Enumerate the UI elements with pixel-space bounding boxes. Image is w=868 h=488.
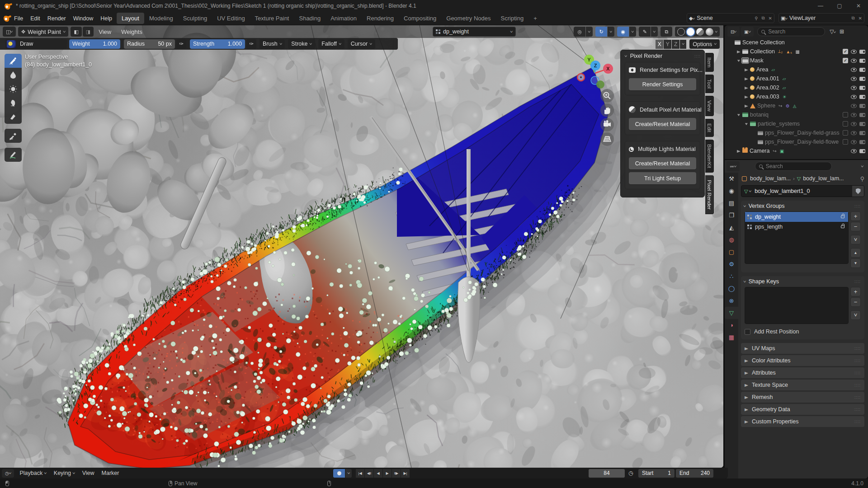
workspace-tab-texture-paint[interactable]: Texture Paint bbox=[250, 13, 294, 24]
output-tab[interactable]: ▤ bbox=[725, 197, 738, 209]
camera-toggle-icon[interactable] bbox=[859, 86, 865, 90]
camera-toggle-icon[interactable] bbox=[859, 68, 865, 72]
camera-toggle-icon[interactable] bbox=[859, 104, 865, 108]
timeline-menu-marker[interactable]: Marker bbox=[98, 470, 123, 476]
section-remesh[interactable]: ▶Remesh:::: bbox=[741, 392, 864, 403]
timeline-menu-view[interactable]: View bbox=[79, 470, 98, 476]
workspace-tab-rendering[interactable]: Rendering bbox=[362, 13, 399, 24]
constraint-tab[interactable]: ⊗ bbox=[725, 295, 738, 307]
copy-icon[interactable]: ⧉ bbox=[851, 15, 854, 21]
workspace-tab-uv-editing[interactable]: UV Editing bbox=[212, 13, 250, 24]
render-tab[interactable]: ◉ bbox=[725, 185, 738, 197]
vgroup-remove-button[interactable]: − bbox=[850, 222, 861, 231]
workspace-tab-modeling[interactable]: Modeling bbox=[144, 13, 178, 24]
outliner-row[interactable]: pps_Flower_Daisy-field-grass bbox=[725, 128, 868, 137]
section-texture-space[interactable]: ▶Texture Space:::: bbox=[741, 380, 864, 390]
button-create-reset-material[interactable]: Create/Reset Material bbox=[629, 157, 696, 169]
eye-icon[interactable] bbox=[851, 113, 857, 117]
rendered-shading-icon[interactable] bbox=[706, 28, 713, 36]
checkbox[interactable] bbox=[843, 112, 848, 117]
checkbox[interactable]: ✓ bbox=[843, 49, 848, 54]
active-brush-button[interactable]: Draw bbox=[5, 39, 67, 49]
lock-icon[interactable] bbox=[841, 216, 844, 218]
sidebar-tab-item[interactable]: Item bbox=[705, 53, 714, 72]
vgroup-down-button[interactable]: ▼ bbox=[850, 258, 861, 268]
start-frame-field[interactable]: Start1 bbox=[638, 469, 675, 478]
camera-toggle-icon[interactable] bbox=[859, 113, 865, 117]
object-tab[interactable]: ▢ bbox=[725, 246, 738, 258]
mirror-x[interactable]: X bbox=[656, 40, 663, 49]
editor-type-button[interactable]: ◫˅ bbox=[3, 27, 16, 37]
texture-tab[interactable]: ▦ bbox=[725, 331, 738, 343]
breadcrumb-data[interactable]: body_low_lam... bbox=[803, 175, 844, 182]
menu-help[interactable]: Help bbox=[97, 14, 116, 23]
jump-end-button[interactable]: ▶| bbox=[401, 469, 410, 478]
breadcrumb-object[interactable]: body_low_lam... bbox=[750, 175, 791, 182]
pin-icon[interactable]: ⚲ bbox=[860, 175, 864, 182]
smear-tool[interactable] bbox=[5, 96, 22, 110]
radius-slider[interactable]: Radius50 px bbox=[124, 39, 175, 49]
gradient-tool[interactable] bbox=[5, 110, 22, 124]
outliner-search[interactable]: Search bbox=[757, 27, 825, 36]
workspace-tab-layout[interactable]: Layout bbox=[117, 13, 144, 24]
dropdown-falloff[interactable]: Falloff˅ bbox=[318, 39, 344, 49]
annotate-tool[interactable] bbox=[5, 148, 22, 162]
shapekey-remove-button[interactable]: − bbox=[850, 297, 861, 307]
navigation-gizmo[interactable]: YZX bbox=[567, 52, 626, 174]
eye-icon[interactable] bbox=[851, 68, 857, 72]
camera-toggle-icon[interactable] bbox=[859, 59, 865, 63]
section-attributes[interactable]: ▶Attributes:::: bbox=[741, 367, 864, 378]
outliner-row[interactable]: ▶Area▱ bbox=[725, 65, 868, 74]
sidebar-tab-edit[interactable]: Edit bbox=[705, 119, 714, 137]
outliner-row[interactable]: ▼particle_systems bbox=[725, 119, 868, 128]
sidebar-tab-view[interactable]: View bbox=[705, 96, 714, 116]
paint-mask-toggle[interactable]: ◧ bbox=[71, 27, 81, 37]
modifier-tab[interactable]: ⚙ bbox=[725, 258, 738, 270]
camera-toggle-icon[interactable] bbox=[859, 95, 865, 99]
button-render-settings[interactable]: Render Settings bbox=[629, 78, 696, 90]
workspace-tab-animation[interactable]: Animation bbox=[326, 13, 362, 24]
shapekey-add-button[interactable]: + bbox=[850, 287, 861, 296]
maximize-button[interactable]: ▢ bbox=[830, 0, 849, 12]
checkbox[interactable] bbox=[843, 139, 848, 145]
vertex-group-row[interactable]: pps_length bbox=[745, 222, 848, 232]
vertex-mask-toggle[interactable]: ◨ bbox=[83, 27, 94, 37]
viewlayer-tab[interactable]: ❐ bbox=[725, 209, 738, 221]
datablock-field[interactable]: ▽ ˅ body_low_lambert1_0 bbox=[741, 185, 864, 197]
gizmo-dropdown-icon[interactable]: ↻ bbox=[595, 27, 607, 37]
eye-icon[interactable] bbox=[851, 140, 857, 144]
average-tool[interactable] bbox=[5, 82, 22, 96]
eye-icon[interactable] bbox=[851, 149, 857, 153]
menu-window[interactable]: Window bbox=[70, 14, 97, 23]
properties-search[interactable]: Search bbox=[755, 162, 832, 171]
menu-render[interactable]: Render bbox=[44, 14, 70, 23]
menu-edit[interactable]: Edit bbox=[27, 14, 44, 23]
outliner-row[interactable]: ▶Sphere↪⚙◬ bbox=[725, 101, 868, 110]
checkbox[interactable] bbox=[843, 130, 848, 136]
dropdown-cursor[interactable]: Cursor˅ bbox=[348, 39, 375, 49]
camera-toggle-icon[interactable] bbox=[859, 122, 865, 126]
outliner-row[interactable]: ▶Area.001▱ bbox=[725, 74, 868, 83]
section-color-attributes[interactable]: ▶Color Attributes:::: bbox=[741, 355, 864, 366]
vgroup-up-button[interactable]: ▲ bbox=[850, 248, 861, 258]
prev-key-button[interactable]: ◀‖ bbox=[365, 469, 373, 478]
draw-brush-tool[interactable] bbox=[5, 54, 22, 68]
shield-icon[interactable] bbox=[852, 186, 864, 197]
lock-icon[interactable] bbox=[841, 225, 844, 228]
eye-icon[interactable] bbox=[851, 50, 857, 54]
jump-start-button[interactable]: |◀ bbox=[356, 469, 364, 478]
visibility-dropdown-icon[interactable]: ◎ bbox=[574, 27, 585, 37]
menu-view[interactable]: View bbox=[99, 28, 111, 35]
camera-toggle-icon[interactable] bbox=[859, 131, 865, 135]
workspace-tab-compositing[interactable]: Compositing bbox=[399, 13, 441, 24]
camera-toggle-icon[interactable] bbox=[859, 50, 865, 54]
button-create-reset-material[interactable]: Create/Reset Material bbox=[629, 118, 696, 130]
blender-menu-icon[interactable] bbox=[4, 15, 10, 22]
mirror-y[interactable]: Y bbox=[664, 40, 671, 49]
section-custom-properties[interactable]: ▶Custom Properties:::: bbox=[741, 416, 864, 427]
outliner-row[interactable]: ▶Camera↪▣ bbox=[725, 146, 868, 155]
workspace-tab-scripting[interactable]: Scripting bbox=[496, 13, 529, 24]
timeline-menu-playback[interactable]: Playback˅ bbox=[16, 470, 50, 476]
close-button[interactable]: ✕ bbox=[849, 0, 868, 12]
eye-icon[interactable] bbox=[851, 122, 857, 126]
